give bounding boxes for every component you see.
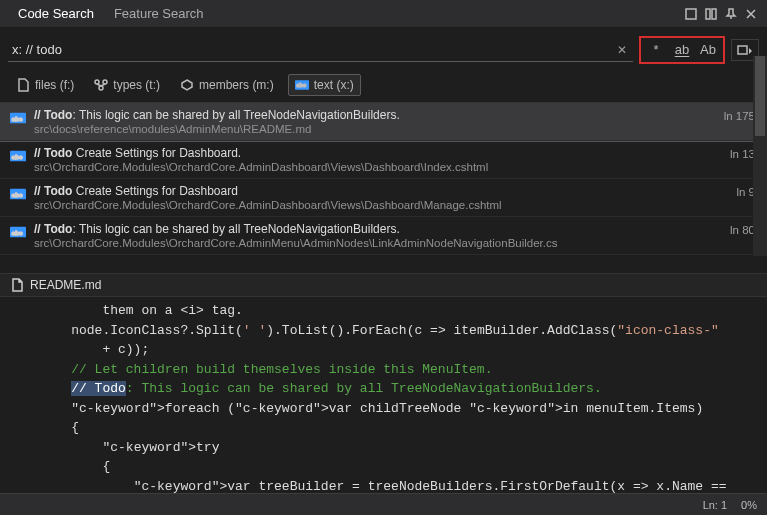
text-result-icon: abc — [10, 224, 26, 240]
result-title: // Todo: This logic can be shared by all… — [34, 108, 706, 122]
maximize-icon[interactable] — [683, 6, 699, 22]
svg-rect-3 — [738, 46, 747, 54]
clear-search-icon[interactable]: ✕ — [611, 43, 633, 57]
filter-types[interactable]: types (t:) — [88, 75, 166, 95]
code-line: { — [0, 457, 767, 477]
tab-code-search[interactable]: Code Search — [8, 2, 104, 25]
result-item[interactable]: abc// Todo Create Settings for Dashboard… — [0, 141, 767, 179]
types-icon — [94, 78, 108, 92]
result-line-number: ln 80 — [720, 224, 755, 249]
match-case-button[interactable]: Ab — [697, 40, 719, 60]
svg-text:abc: abc — [12, 229, 23, 236]
result-path: src\docs\reference\modules\AdminMenu\REA… — [34, 123, 706, 135]
filter-label: types (t:) — [113, 78, 160, 92]
results-list: abc// Todo: This logic can be shared by … — [0, 103, 767, 273]
result-title: // Todo Create Settings for Dashboard — [34, 184, 718, 198]
text-result-icon: abc — [10, 148, 26, 164]
status-bar: Ln: 1 0% — [0, 493, 767, 515]
svg-text:abc: abc — [12, 115, 23, 122]
tab-feature-search[interactable]: Feature Search — [104, 2, 214, 25]
code-line: "c-keyword">foreach ("c-keyword">var chi… — [0, 399, 767, 419]
search-row: ✕ * ab Ab — [0, 28, 767, 70]
search-box: ✕ — [8, 38, 633, 62]
svg-rect-1 — [706, 9, 710, 19]
search-input[interactable] — [8, 40, 611, 59]
svg-point-5 — [103, 80, 107, 84]
code-line: // Todo: This logic can be shared by all… — [0, 379, 767, 399]
code-line: // Let children build themselves inside … — [0, 360, 767, 380]
filter-label: files (f:) — [35, 78, 74, 92]
file-icon — [16, 78, 30, 92]
filter-file[interactable]: files (f:) — [10, 75, 80, 95]
svg-text:abc: abc — [296, 82, 305, 88]
code-line: + c)); — [0, 340, 767, 360]
svg-point-4 — [95, 80, 99, 84]
dock-icon[interactable] — [703, 6, 719, 22]
svg-point-6 — [99, 86, 103, 90]
preview-pane: them on a <i> tag. node.IconClass?.Split… — [0, 297, 767, 502]
result-item[interactable]: abc// Todo: This logic can be shared by … — [0, 103, 767, 141]
glob-match-button[interactable]: * — [645, 40, 667, 60]
code-line: node.IconClass?.Split(' ').ToList().ForE… — [0, 321, 767, 341]
result-line-number: ln 9 — [726, 186, 755, 211]
code-line: them on a <i> tag. — [0, 301, 767, 321]
title-bar: Code Search Feature Search — [0, 0, 767, 28]
result-path: src\OrchardCore.Modules\OrchardCore.Admi… — [34, 161, 712, 173]
result-item[interactable]: abc// Todo: This logic can be shared by … — [0, 217, 767, 255]
code-line: { — [0, 418, 767, 438]
match-options-group: * ab Ab — [639, 36, 725, 64]
preview-header: README.md — [0, 273, 767, 297]
result-path: src\OrchardCore.Modules\OrchardCore.Admi… — [34, 237, 712, 249]
whole-word-button[interactable]: ab — [671, 40, 693, 60]
member-icon — [180, 78, 194, 92]
code-line: "c-keyword">try — [0, 438, 767, 458]
filter-label: members (m:) — [199, 78, 274, 92]
filter-text-filter[interactable]: abctext (x:) — [288, 74, 361, 96]
result-title: // Todo: This logic can be shared by all… — [34, 222, 712, 236]
result-line-number: ln 175 — [714, 110, 755, 135]
svg-rect-2 — [712, 9, 716, 19]
text-filter-icon: abc — [295, 78, 309, 92]
pin-icon[interactable] — [723, 6, 739, 22]
svg-text:abc: abc — [12, 191, 23, 198]
preview-filename: README.md — [30, 278, 101, 292]
result-item[interactable]: abc// Todo Create Settings for Dashboard… — [0, 179, 767, 217]
result-title: // Todo Create Settings for Dashboard. — [34, 146, 712, 160]
text-result-icon: abc — [10, 110, 26, 126]
status-position: Ln: 1 — [703, 499, 727, 511]
filter-label: text (x:) — [314, 78, 354, 92]
result-path: src\OrchardCore.Modules\OrchardCore.Admi… — [34, 199, 718, 211]
filter-member[interactable]: members (m:) — [174, 75, 280, 95]
text-result-icon: abc — [10, 186, 26, 202]
status-percent: 0% — [741, 499, 757, 511]
results-scrollbar[interactable] — [753, 56, 767, 256]
result-line-number: ln 13 — [720, 148, 755, 173]
filter-row: files (f:)types (t:)members (m:)abctext … — [0, 70, 767, 103]
svg-text:abc: abc — [12, 153, 23, 160]
close-icon[interactable] — [743, 6, 759, 22]
file-icon — [10, 278, 24, 292]
svg-rect-0 — [686, 9, 696, 19]
code-view: them on a <i> tag. node.IconClass?.Split… — [0, 297, 767, 500]
